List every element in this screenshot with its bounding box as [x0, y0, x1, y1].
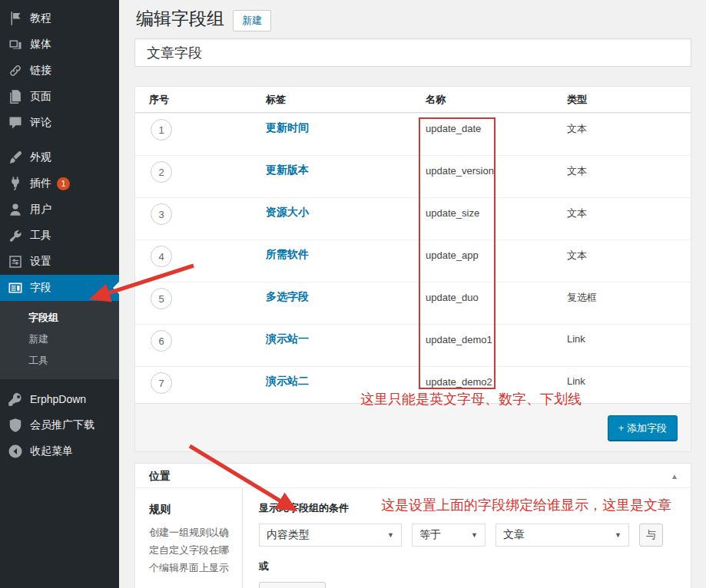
page-title: 编辑字段组: [136, 7, 224, 31]
link-icon: [8, 63, 23, 78]
add-new-button[interactable]: 新建: [233, 10, 271, 31]
rules-description: 创建一组规则以确定自定义字段在哪个编辑界面上显示: [149, 524, 238, 576]
table-row: 7 演示站二 update_demo2 Link: [135, 366, 691, 403]
field-type: 复选框: [567, 291, 597, 305]
field-name: update_version: [426, 165, 494, 177]
submenu-item-field-groups[interactable]: 字段组: [0, 307, 119, 329]
fields-icon: [8, 280, 23, 296]
field-label-link[interactable]: 多选字段: [266, 290, 309, 304]
sidebar-item-appearance[interactable]: 外观: [0, 144, 119, 170]
sidebar-item-label: 教程: [30, 12, 51, 25]
sidebar-item-users[interactable]: 用户: [0, 197, 119, 223]
field-name: update_date: [426, 123, 481, 134]
column-header-label: 标签: [266, 87, 286, 113]
sidebar-item-label: 字段: [30, 281, 51, 295]
location-panel: 位置 ▲ 规则 创建一组规则以确定自定义字段在哪个编辑界面上显示 显示此字段组的…: [134, 463, 691, 588]
field-label-link[interactable]: 演示站一: [266, 332, 309, 346]
sidebar-item-posts[interactable]: 文章: [0, 0, 119, 5]
field-order-handle[interactable]: 5: [151, 288, 172, 309]
field-name: update_demo2: [426, 376, 492, 388]
field-label-link[interactable]: 演示站二: [266, 375, 309, 388]
sidebar-item-comments[interactable]: 评论: [0, 110, 119, 136]
select-value: 等于: [419, 528, 441, 542]
fields-table-header: 序号 标签 名称 类型: [135, 87, 691, 113]
field-order-handle[interactable]: 1: [151, 119, 172, 140]
field-type: Link: [567, 375, 585, 387]
sidebar-item-label: 用户: [30, 203, 51, 216]
fields-submenu: 字段组 新建 工具: [0, 301, 119, 379]
add-rule-group-button[interactable]: 添加规则组: [259, 582, 326, 588]
field-order-handle[interactable]: 7: [151, 372, 172, 394]
field-label-link[interactable]: 所需软件: [266, 248, 309, 262]
panel-collapse-icon[interactable]: ▲: [671, 472, 678, 481]
field-group-title-input[interactable]: [134, 38, 691, 67]
sidebar-item-label: 设置: [30, 255, 51, 269]
sidebar-item-erphpdown[interactable]: ErphpDown: [0, 386, 119, 412]
field-order-handle[interactable]: 2: [151, 161, 172, 183]
sidebar-item-pages[interactable]: 页面: [0, 84, 119, 110]
pages-icon: [8, 89, 23, 104]
key-icon: [8, 391, 23, 407]
select-value: 文章: [503, 528, 525, 542]
field-type: 文本: [567, 206, 587, 220]
field-label-link[interactable]: 资源大小: [266, 206, 309, 220]
wrench-icon: [8, 228, 23, 243]
or-label: 或: [259, 560, 691, 573]
chevron-down-icon: ▼: [615, 531, 621, 539]
field-type: 文本: [567, 122, 587, 136]
sidebar-item-member-download[interactable]: 会员推广下载: [0, 412, 119, 438]
sidebar-item-label: 评论: [30, 116, 51, 130]
field-name: update_demo1: [426, 334, 492, 345]
and-rule-button[interactable]: 与: [639, 524, 663, 547]
update-count-badge: 1: [57, 177, 70, 190]
fields-table-footer: + 添加字段: [135, 403, 691, 451]
field-order-handle[interactable]: 3: [151, 203, 172, 225]
shield-icon: [8, 418, 23, 433]
sidebar-item-label: 媒体: [30, 38, 51, 51]
chevron-down-icon: ▼: [387, 531, 394, 539]
table-row: 2 更新版本 update_version 文本: [135, 155, 691, 197]
field-label-link[interactable]: 更新版本: [266, 164, 309, 177]
location-panel-header: 位置 ▲: [135, 464, 691, 488]
table-row: 6 演示站一 update_demo1 Link: [135, 324, 691, 366]
rules-title: 规则: [149, 503, 234, 517]
column-header-order: 序号: [149, 87, 169, 113]
sidebar-item-label: 页面: [30, 90, 51, 104]
add-field-button[interactable]: + 添加字段: [608, 415, 678, 441]
sidebar-item-settings[interactable]: 设置: [0, 249, 119, 275]
chevron-down-icon: ▼: [471, 531, 478, 539]
media-icon: [8, 37, 23, 52]
sidebar-item-label: 工具: [30, 229, 51, 243]
sidebar-item-fields[interactable]: 字段: [0, 275, 119, 301]
field-label-link[interactable]: 更新时间: [266, 121, 309, 135]
brush-icon: [8, 150, 23, 165]
field-order-handle[interactable]: 6: [151, 330, 172, 352]
select-value: 内容类型: [267, 528, 310, 542]
column-header-type: 类型: [567, 87, 587, 113]
field-name: update_app: [426, 249, 479, 261]
operator-select[interactable]: 等于 ▼: [412, 524, 486, 547]
value-select[interactable]: 文章 ▼: [496, 524, 629, 547]
condition-label: 显示此字段组的条件: [259, 501, 691, 515]
sidebar-item-plugins[interactable]: 插件 1: [0, 170, 119, 197]
sidebar-item-label: ErphpDown: [30, 393, 86, 405]
sidebar-item-links[interactable]: 链接: [0, 58, 119, 84]
field-type: 文本: [567, 164, 587, 178]
rules-sidebar: 规则 创建一组规则以确定自定义字段在哪个编辑界面上显示: [135, 488, 243, 588]
submenu-item-tools[interactable]: 工具: [0, 350, 119, 372]
sidebar-item-media[interactable]: 媒体: [0, 31, 119, 58]
admin-sidebar: 文章 教程 媒体 链接 页面 评论 外观 插件 1 用户 工具 设置: [0, 0, 119, 588]
plug-icon: [8, 176, 23, 191]
submenu-item-add-new[interactable]: 新建: [0, 329, 119, 350]
field-name: update_duo: [426, 292, 479, 303]
sidebar-item-label: 插件: [30, 177, 51, 190]
sidebar-item-tools[interactable]: 工具: [0, 223, 119, 249]
sidebar-item-tutorials[interactable]: 教程: [0, 5, 119, 31]
sidebar-item-collapse-menu[interactable]: 收起菜单: [0, 438, 119, 464]
field-type: 文本: [567, 249, 587, 263]
collapse-menu-icon: [8, 444, 23, 459]
sidebar-item-label: 链接: [30, 64, 51, 78]
field-order-handle[interactable]: 4: [151, 246, 172, 267]
sidebar-item-label: 收起菜单: [30, 444, 73, 458]
post-type-select[interactable]: 内容类型 ▼: [259, 524, 402, 547]
